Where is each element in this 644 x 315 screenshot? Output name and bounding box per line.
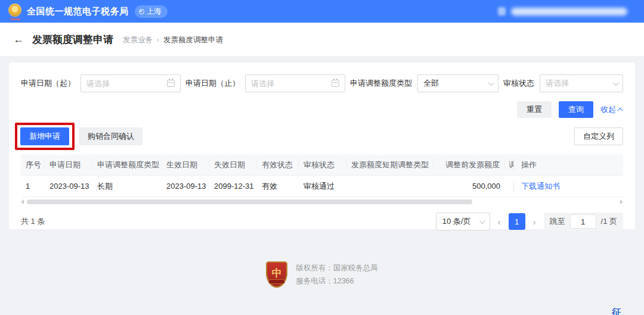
table-horizontal-scrollbar	[21, 198, 623, 205]
calendar-icon	[332, 80, 339, 87]
quota-type-select[interactable]: 全部	[417, 74, 499, 92]
col-header-pre-quota: 调整前发票额度	[434, 160, 505, 170]
annotation-highlight-box: 新增申请	[15, 123, 75, 150]
chevron-up-icon	[617, 107, 623, 113]
date-start-input[interactable]	[86, 79, 155, 88]
interaction-mascot-widget[interactable]: 征 纳 互 动	[588, 307, 642, 315]
col-header-post-quota-clipped: 调整后发票额度	[505, 160, 513, 170]
etax-app-window: China 全国统一规范电子税务局 上海 ← 发票额度调整申请 发票业务 › 发…	[0, 0, 644, 315]
cell-pre-quota: 500,000	[434, 182, 505, 191]
cell-audit-status: 审核通过	[299, 181, 346, 192]
location-label: 上海	[147, 7, 162, 17]
filter-label: 审核状态	[503, 78, 534, 89]
add-application-button[interactable]: 新增申请	[20, 127, 69, 145]
app-title: 全国统一规范电子税务局	[27, 6, 129, 17]
jump-page-input[interactable]	[570, 214, 596, 229]
next-page-button[interactable]: ›	[531, 217, 538, 227]
col-header-valid-status: 有效状态	[257, 160, 299, 170]
cell-seq: 1	[21, 182, 45, 191]
filter-label: 申请日期（止）	[185, 78, 240, 89]
collapse-toggle[interactable]: 收起	[600, 104, 623, 115]
cell-effective-date: 2023-09-13	[162, 182, 209, 191]
cell-expire-date: 2099-12-31	[209, 182, 257, 191]
col-header-effective-date: 生效日期	[162, 160, 209, 170]
audit-status-select[interactable]: 请选择	[540, 74, 623, 92]
filter-date-start: 申请日期（起）	[21, 74, 181, 92]
filter-quota-type: 申请调整额度类型 全部	[350, 74, 499, 92]
cell-valid-status: 有效	[257, 181, 299, 192]
breadcrumb-item-parent[interactable]: 发票业务	[123, 35, 153, 45]
custom-columns-button[interactable]: 自定义列	[574, 127, 623, 145]
total-count-label: 共 1 条	[21, 216, 45, 227]
calendar-icon	[167, 80, 175, 87]
prev-page-button[interactable]: ‹	[496, 217, 503, 227]
total-pages-label: /1 页	[601, 216, 617, 227]
content-card: 申请日期（起） 申请日期（止） 申请调整额度类型	[9, 63, 635, 229]
col-header-seq: 序号	[21, 160, 45, 170]
page-jump-group: 跳至 /1 页	[544, 213, 623, 230]
download-notice-link[interactable]: 下载通知书	[521, 182, 560, 191]
reset-button[interactable]: 重置	[517, 101, 552, 118]
page-footer: 中 版权所有：国家税务总局 服务电话：12366	[0, 261, 644, 288]
date-start-picker[interactable]	[80, 74, 181, 92]
breadcrumb: 发票业务 › 发票额度调整申请	[123, 35, 223, 45]
col-header-audit-status: 审核状态	[299, 160, 346, 170]
select-value: 全部	[423, 78, 439, 89]
page-size-select[interactable]: 10 条/页	[436, 213, 490, 230]
footer-text: 版权所有：国家税务总局 服务电话：12366	[296, 261, 378, 288]
location-selector[interactable]: 上海	[135, 5, 168, 18]
jump-label: 跳至	[550, 216, 565, 227]
filter-label: 申请调整额度类型	[350, 78, 412, 89]
col-header-quota-type: 申请调整额度类型	[92, 160, 162, 170]
logo-caption: China	[10, 17, 20, 21]
col-header-short-term-type: 发票额度短期调整类型	[346, 160, 434, 170]
pagination-bar: 共 1 条 10 条/页 ‹ 1 › 跳至 /1 页	[21, 213, 623, 230]
table-row: 1 2023-09-13 长期 2023-09-13 2099-12-31 有效…	[21, 176, 623, 197]
mascot-char: 征	[612, 307, 621, 315]
collapse-label: 收起	[600, 104, 616, 115]
app-header: China 全国统一规范电子税务局 上海	[0, 0, 644, 23]
purchase-contract-confirm-button[interactable]: 购销合同确认	[79, 127, 143, 145]
breadcrumb-item-current: 发票额度调整申请	[163, 35, 223, 45]
select-placeholder: 请选择	[546, 78, 569, 89]
col-header-apply-date: 申请日期	[45, 160, 92, 170]
filter-bar: 申请日期（起） 申请日期（止） 申请调整额度类型	[21, 74, 623, 92]
user-info-redacted[interactable]	[511, 8, 627, 15]
chevron-down-icon	[613, 80, 619, 86]
page-number-active[interactable]: 1	[509, 213, 525, 230]
main-content: 申请日期（起） 申请日期（止） 申请调整额度类型	[0, 56, 644, 315]
table-toolbar: 新增申请 购销合同确认 自定义列	[21, 123, 623, 149]
chevron-down-icon	[488, 80, 494, 86]
filter-label: 申请日期（起）	[21, 78, 75, 89]
national-emblem-icon	[8, 4, 21, 17]
date-end-picker[interactable]	[245, 74, 345, 92]
search-button[interactable]: 查询	[559, 101, 593, 118]
col-header-actions: 操作	[513, 160, 623, 170]
filter-actions: 重置 查询 收起	[21, 101, 623, 118]
date-end-input[interactable]	[251, 79, 320, 88]
pagination-controls: 10 条/页 ‹ 1 › 跳至 /1 页	[436, 213, 623, 230]
tax-emblem-icon: 中	[266, 261, 287, 288]
scrollbar-thumb[interactable]	[27, 199, 472, 204]
scroll-right-icon[interactable]	[620, 199, 623, 204]
back-arrow-icon[interactable]: ←	[13, 33, 24, 46]
scroll-left-icon[interactable]	[21, 199, 24, 204]
cell-apply-date: 2023-09-13	[45, 182, 92, 191]
copyright-line: 版权所有：国家税务总局	[296, 261, 378, 275]
page-title: 发票额度调整申请	[32, 33, 113, 46]
col-header-expire-date: 失效日期	[209, 160, 257, 170]
cell-quota-type: 长期	[92, 181, 162, 192]
user-avatar-redacted	[498, 7, 506, 15]
chevron-down-icon	[479, 218, 485, 224]
breadcrumb-separator-icon: ›	[157, 36, 159, 44]
table-header-row: 序号 申请日期 申请调整额度类型 生效日期 失效日期 有效状态 审核状态 发票额…	[21, 154, 623, 176]
national-emblem-logo: China	[8, 4, 21, 21]
service-phone-line: 服务电话：12366	[296, 275, 378, 288]
applications-table: 序号 申请日期 申请调整额度类型 生效日期 失效日期 有效状态 审核状态 发票额…	[21, 154, 623, 197]
filter-date-end: 申请日期（止）	[185, 74, 345, 92]
page-header: ← 发票额度调整申请 发票业务 › 发票额度调整申请	[0, 23, 644, 56]
location-pin-icon	[139, 9, 144, 14]
filter-audit-status: 审核状态 请选择	[503, 74, 623, 92]
page-size-value: 10 条/页	[442, 216, 471, 227]
